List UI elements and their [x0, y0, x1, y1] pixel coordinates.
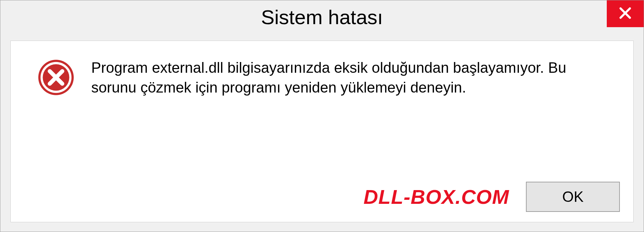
watermark-logo: DLL-BOX.COM: [364, 185, 509, 209]
footer-row: DLL-BOX.COM OK: [11, 182, 633, 222]
error-icon: [38, 59, 74, 96]
ok-button[interactable]: OK: [526, 182, 620, 212]
error-message: Program external.dll bilgisayarınızda ek…: [91, 58, 613, 98]
close-button[interactable]: [607, 0, 644, 27]
close-icon: [618, 6, 632, 21]
titlebar: Sistem hatası: [0, 0, 644, 34]
bottom-margin: [0, 222, 644, 232]
content-area: Program external.dll bilgisayarınızda ek…: [10, 41, 634, 222]
error-dialog: Sistem hatası Program external.dll bilgi…: [0, 0, 644, 232]
message-row: Program external.dll bilgisayarınızda ek…: [11, 41, 633, 114]
dialog-title: Sistem hatası: [261, 6, 383, 29]
